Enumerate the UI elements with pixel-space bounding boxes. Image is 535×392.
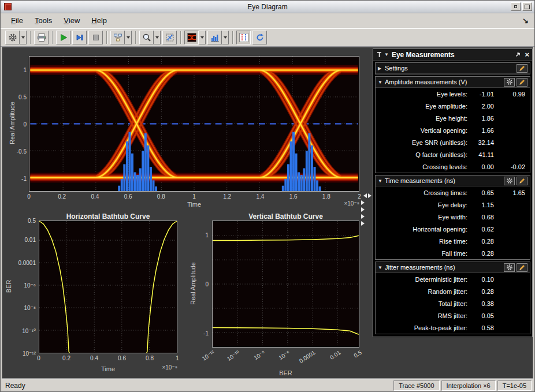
menu-help[interactable]: Help — [86, 14, 113, 27]
close-panel-icon[interactable]: × — [525, 51, 529, 58]
panel-header[interactable]: ▼ Eye Measurements × — [373, 49, 532, 61]
update-display-button[interactable] — [252, 31, 267, 44]
step-forward-button[interactable] — [72, 31, 87, 44]
zoom-dropdown-caret[interactable] — [154, 31, 161, 44]
section-edit-button[interactable] — [517, 177, 527, 185]
stop-button[interactable] — [88, 31, 103, 44]
eye-diagram-window: Eye Diagram File Tools View Help ↘ — [0, 0, 535, 392]
cursors-button[interactable] — [236, 31, 251, 44]
tick-label: 0.2 — [62, 355, 70, 361]
eye-diagram-display-caret[interactable] — [199, 31, 206, 44]
section-title: Settings — [385, 65, 408, 72]
tick-label: 0.5 — [18, 94, 27, 100]
tick-label: 10⁻¹² — [23, 350, 36, 357]
section-header-settings[interactable]: ▶Settings — [376, 63, 530, 74]
hbathtub-title: Horizontal Bathtub Curve — [39, 212, 177, 221]
tick-label: 0.4 — [90, 355, 98, 361]
hbathtub-plot[interactable] — [39, 221, 177, 353]
tick-label: 10⁻¹⁰ — [22, 327, 36, 334]
vbathtub-xlabel: BER — [212, 369, 359, 376]
expand-left-icon[interactable] — [361, 193, 367, 198]
measurement-label: Q factor (unitless): — [376, 151, 467, 158]
tick-label: 0.5 — [28, 218, 36, 224]
fit-to-view-button[interactable] — [162, 31, 177, 44]
pin-panel-icon[interactable] — [376, 50, 382, 60]
print-button[interactable] — [34, 31, 49, 44]
menu-view[interactable]: View — [58, 14, 86, 27]
minimize-button[interactable] — [511, 2, 521, 11]
menu-file[interactable]: File — [5, 14, 29, 27]
tick-label: 0.2 — [58, 193, 66, 200]
measurement-row: Deterministic jitter:0.10 — [376, 273, 530, 285]
zoom-button[interactable] — [139, 31, 154, 44]
maximize-button[interactable] — [522, 2, 532, 11]
tick-label: 0.6 — [124, 193, 132, 200]
toolbar — [1, 28, 534, 47]
tick-label: 0.01 — [329, 349, 341, 361]
collapse-arrow-icon[interactable]: ▼ — [378, 80, 384, 85]
settings-dropdown-caret[interactable] — [20, 31, 27, 44]
expand-right-icon[interactable] — [361, 207, 367, 212]
section-header-time[interactable]: ▼Time measurements (ns) — [376, 176, 530, 186]
measurement-label: Deterministic jitter: — [376, 276, 467, 283]
panel-collapse-icon[interactable]: ▼ — [384, 52, 389, 57]
tick-label: 0.8 — [146, 355, 154, 361]
eye-diagram-plot[interactable] — [29, 56, 359, 192]
section-edit-button[interactable] — [517, 78, 527, 87]
section-edit-button[interactable] — [517, 64, 527, 73]
pencil-icon — [519, 264, 526, 271]
gear-icon — [8, 33, 17, 42]
measurement-label: Crossing times: — [376, 189, 467, 196]
title-bar[interactable]: Eye Diagram — [1, 1, 534, 13]
amplitude-curve-upper — [213, 236, 359, 240]
collapse-arrow-icon[interactable]: ▼ — [378, 265, 384, 270]
section-header-jitter[interactable]: ▼Jitter measurements (ns) — [376, 262, 530, 273]
pencil-icon — [519, 65, 526, 72]
processing-options-button[interactable] — [110, 31, 125, 44]
tick-label: 0.01 — [25, 237, 36, 243]
measurement-value: 0.65 — [467, 189, 494, 196]
status-bar: Ready Trace #5000 Interpolation ×6 T=1e-… — [1, 379, 534, 391]
section-edit-button[interactable] — [517, 263, 527, 272]
processing-options-caret[interactable] — [125, 31, 132, 44]
section-header-amplitude[interactable]: ▼Amplitude measurements (V) — [376, 77, 530, 88]
expand-arrow-icon[interactable]: ▶ — [378, 66, 384, 71]
tick-label: 1 — [23, 66, 27, 73]
menu-file-label: File — [11, 16, 23, 25]
toolbar-separator — [135, 31, 136, 44]
panel-splitter-arrows[interactable] — [361, 193, 374, 226]
section-title: Jitter measurements (ns) — [385, 264, 455, 271]
settings-button[interactable] — [5, 31, 20, 44]
histogram-display-button[interactable] — [207, 31, 222, 44]
run-button[interactable] — [56, 31, 70, 44]
panel-section-amplitude: ▼Amplitude measurements (V)Eye levels:-1… — [375, 76, 530, 173]
expand-right-icon[interactable] — [361, 214, 367, 219]
collapse-arrow-icon[interactable]: ▼ — [378, 178, 384, 184]
measurement-row: Vertical opening:1.66 — [376, 124, 530, 136]
tick-label: 0.0001 — [18, 259, 36, 266]
measurement-label: Eye width: — [376, 214, 467, 221]
menu-help-label: Help — [91, 16, 107, 25]
histogram-display-caret[interactable] — [222, 31, 229, 44]
measurement-value: -1.01 — [467, 91, 494, 98]
expand-right-icon[interactable] — [361, 200, 367, 205]
tick-label: 0.0001 — [298, 349, 317, 364]
expand-right-icon[interactable] — [361, 221, 367, 226]
measurement-label: Peak-to-peak jitter: — [376, 324, 467, 331]
panel-title: Eye Measurements — [392, 51, 455, 59]
vbathtub-plot[interactable] — [212, 221, 359, 348]
menu-tools[interactable]: Tools — [29, 14, 58, 27]
eye-x-axis: 00.20.40.60.811.21.41.61.82 — [29, 193, 359, 200]
tick-label: 0.6 — [118, 355, 126, 361]
fit-to-view-icon — [165, 33, 174, 42]
measurement-value: 2.00 — [467, 103, 494, 110]
vbathtub-y-axis: 10-1 — [195, 221, 210, 348]
eye-diagram-display-button[interactable] — [184, 31, 199, 44]
measurement-row: Eye width:0.68 — [376, 211, 530, 223]
section-settings-button[interactable] — [504, 177, 515, 185]
dock-arrow-icon[interactable]: ↘ — [522, 16, 529, 25]
tick-label: 1 — [176, 355, 179, 361]
section-settings-button[interactable] — [504, 78, 515, 87]
undock-panel-icon[interactable] — [515, 50, 521, 60]
section-settings-button[interactable] — [504, 263, 515, 272]
